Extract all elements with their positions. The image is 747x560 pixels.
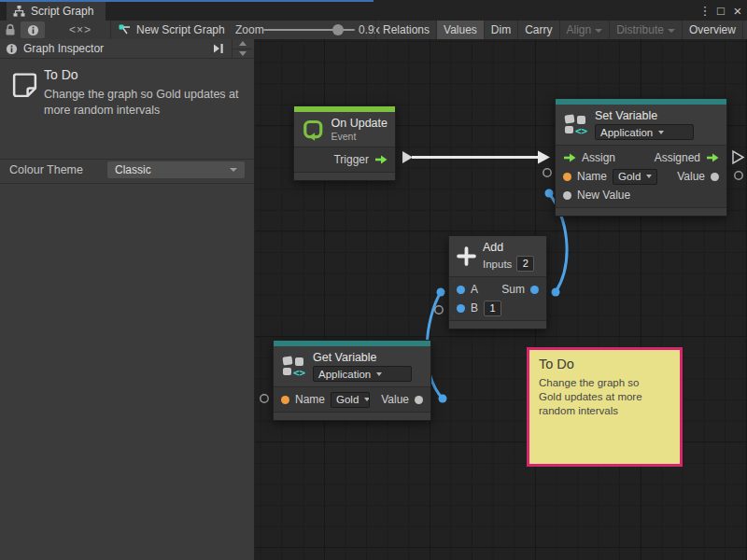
node-add[interactable]: Add Inputs 2 A Sum B 1 (448, 235, 547, 329)
inspector-toggle-button[interactable] (21, 21, 45, 38)
chevron-down-icon (376, 372, 382, 376)
variable-name-dropdown[interactable]: Gold (613, 169, 657, 185)
value-port-add-sum[interactable] (552, 288, 560, 297)
variable-icon: <> (563, 113, 588, 136)
close-icon[interactable]: × (729, 0, 746, 21)
colour-theme-label: Colour Theme (9, 163, 83, 176)
chevron-down-icon (230, 168, 237, 172)
new-value-port-icon[interactable] (563, 191, 571, 200)
flow-port-icon[interactable] (706, 153, 719, 162)
value-port-label: Value (381, 393, 409, 406)
colour-theme-dropdown[interactable]: Classic (107, 161, 245, 178)
sticky-note-icon (10, 71, 39, 100)
relations-button[interactable]: Relations (375, 21, 436, 39)
info-icon (6, 43, 18, 55)
on-update-icon (302, 118, 325, 142)
node-footer (556, 207, 726, 216)
new-graph-icon (119, 24, 132, 35)
empty-port-set-value[interactable] (735, 172, 742, 179)
flow-port-icon[interactable] (374, 155, 388, 164)
distribute-label: Distribute (616, 23, 664, 36)
svg-text:<>: <> (575, 125, 588, 136)
empty-port-add-b[interactable] (435, 306, 443, 314)
value-port-icon[interactable] (711, 173, 719, 181)
maximize-icon[interactable]: □ (712, 0, 729, 21)
dock-panel-icon[interactable] (214, 44, 224, 53)
lock-icon[interactable] (5, 23, 16, 39)
variable-icon: <> (281, 355, 306, 378)
node-title: Add (483, 241, 534, 254)
script-graph-icon (13, 6, 25, 17)
fullscreen-button[interactable]: Full Screen (742, 21, 747, 39)
todo-summary: To Do Change the graph so Gold updates a… (0, 59, 254, 160)
assigned-port-label: Assigned (655, 151, 700, 164)
carry-button[interactable]: Carry (517, 21, 558, 39)
sticky-note[interactable]: To Do Change the graph so Gold updates a… (527, 347, 683, 467)
sum-port-icon[interactable] (530, 286, 539, 294)
tab-title: Script Graph (31, 5, 93, 18)
name-port-icon[interactable] (281, 396, 289, 404)
toolbar-right-buttons: Relations Values Dim Carry Align Distrib… (375, 21, 747, 39)
empty-port-get-name[interactable] (261, 395, 268, 402)
b-port-label: B (471, 301, 478, 315)
empty-flow-port-assigned[interactable] (733, 151, 743, 163)
scope-value: Application (318, 369, 371, 380)
variable-scope-dropdown[interactable]: Application (313, 366, 412, 382)
add-icon (457, 246, 476, 266)
a-port-label: A (471, 283, 478, 296)
variable-name-dropdown[interactable]: Gold (331, 392, 370, 408)
chevron-down-icon (658, 131, 664, 134)
scroll-down-icon[interactable] (233, 49, 252, 59)
value-port-new-value[interactable] (545, 189, 554, 198)
graph-toolbar: <×> New Script Graph Zoom 0.9x Relations… (0, 21, 747, 40)
align-button[interactable]: Align (559, 21, 610, 39)
window-tab-bar: Script Graph ⋮ □ × (0, 0, 747, 21)
colour-theme-value: Classic (115, 163, 151, 176)
value-port-add-a[interactable] (437, 288, 445, 297)
info-icon (27, 24, 39, 36)
align-label: Align (567, 23, 592, 36)
value-port-icon[interactable] (415, 396, 423, 404)
overview-button[interactable]: Overview (682, 21, 742, 39)
tab-script-graph[interactable]: Script Graph (7, 2, 106, 21)
chevron-down-icon (668, 29, 675, 33)
node-get-variable[interactable]: <> Get Variable Application Name Gold Va… (273, 340, 431, 421)
chevron-down-icon (364, 398, 370, 401)
name-port-label: Name (295, 393, 325, 406)
value-port-get-value[interactable] (439, 395, 447, 403)
kebab-menu-icon[interactable]: ⋮ (697, 0, 713, 21)
values-button[interactable]: Values (436, 21, 484, 39)
variable-scope-dropdown[interactable]: Application (595, 124, 694, 140)
graph-canvas[interactable]: On Update Event Trigger <> (255, 39, 747, 560)
b-value-field[interactable]: 1 (484, 301, 501, 316)
flow-port-icon[interactable] (563, 153, 576, 162)
inputs-label: Inputs (483, 259, 512, 270)
empty-port-set-name[interactable] (543, 169, 551, 176)
chevron-down-icon (595, 29, 602, 33)
name-port-icon[interactable] (563, 173, 571, 181)
zoom-slider-handle[interactable] (332, 24, 344, 35)
sticky-note-title: To Do (539, 357, 670, 371)
a-port-icon[interactable] (457, 286, 465, 294)
graph-inspector-panel: Graph Inspector To Do Change the graph s… (0, 39, 255, 560)
scroll-up-icon[interactable] (233, 39, 252, 49)
inputs-count-field[interactable]: 2 (516, 256, 534, 272)
sum-port-label: Sum (501, 283, 525, 296)
svg-text:<>: <> (293, 367, 306, 378)
inspector-header: Graph Inspector (0, 39, 254, 59)
node-title: Set Variable (595, 109, 694, 122)
node-on-update[interactable]: On Update Event Trigger (293, 105, 396, 181)
b-port-icon[interactable] (457, 304, 465, 313)
flow-output-port[interactable] (402, 151, 413, 163)
distribute-button[interactable]: Distribute (609, 21, 682, 39)
todo-description: Change the graph so Gold updates at more… (44, 87, 246, 119)
assign-port-label: Assign (582, 151, 615, 164)
value-port-label: Value (677, 170, 705, 183)
new-script-graph-button[interactable]: New Script Graph (119, 21, 225, 39)
dim-button[interactable]: Dim (484, 21, 517, 39)
node-set-variable[interactable]: <> Set Variable Application Assign Assig… (555, 98, 727, 217)
scope-value: Application (600, 127, 653, 138)
code-view-icon[interactable]: <×> (60, 21, 101, 39)
node-footer (294, 172, 395, 180)
name-port-label: Name (577, 170, 607, 183)
